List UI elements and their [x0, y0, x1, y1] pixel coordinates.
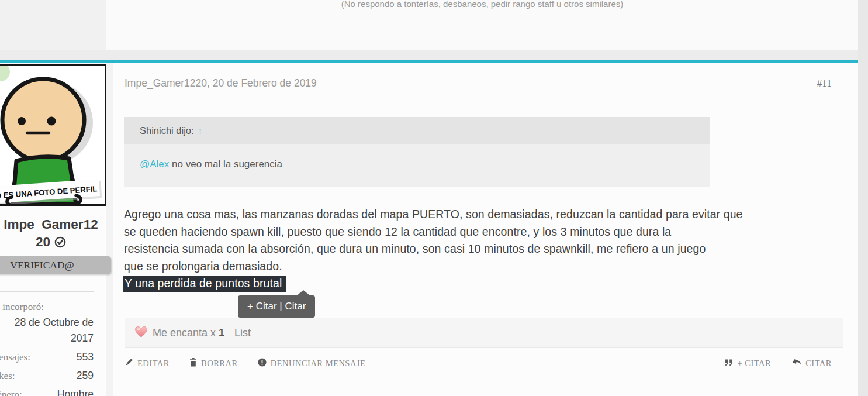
report-label: DENUNCIAR MENSAJE — [271, 359, 366, 369]
post-body-line: se queden haciendo spawn kill, puesto qu… — [124, 223, 852, 241]
report-button[interactable]: DENUNCIAR MENSAJE — [258, 358, 366, 369]
quote-content: @Alex no veo mal la sugerencia — [124, 144, 710, 187]
pencil-icon — [125, 358, 133, 369]
post-number-link[interactable]: #11 — [817, 77, 832, 89]
reactions-bar: Me encanta x 1 List — [125, 318, 843, 348]
post-gap — [0, 50, 858, 60]
stat-value: 28 de Octubre de 2017 — [0, 315, 94, 346]
stat-row-messages: Mensajes: 553 — [0, 349, 94, 365]
post-body-line: resistencia sumada con la absorción, que… — [124, 240, 852, 258]
stat-row-likes: Likes: 259 — [0, 368, 94, 384]
avatar-cartoon: ESTO ES UNA FOTO DE PERFIL — [0, 66, 105, 204]
stat-label: Likes: — [0, 369, 15, 384]
report-icon — [258, 358, 267, 369]
verified-badge: VERIFICAD@ — [0, 256, 111, 274]
username-line2: 20 — [36, 235, 50, 249]
stat-row-joined: Se incorporó: 28 de Octubre de 2017 — [0, 299, 94, 346]
previous-post-body: (No respondo a tonterías, desbaneos, ped… — [106, 0, 858, 50]
post-actions-left: EDITAR BORRAR DENUNCIAR MENSAJE — [125, 356, 365, 370]
post-actions-right: + CITAR CITAR — [724, 356, 832, 370]
username-line2-wrap: 20 — [0, 233, 111, 253]
page-background-strip — [858, 0, 868, 396]
forum-page: (No respondo a tonterías, desbaneos, ped… — [0, 0, 868, 396]
quote-attribution-text: Shinichi dijo: — [140, 125, 194, 136]
selected-text: Y una perdida de puntos brutal — [123, 276, 286, 292]
stat-label: Mensajes: — [0, 350, 30, 365]
quote-selection-tooltip[interactable]: + Citar | Citar — [238, 295, 315, 318]
post-body-line: que se prolongaria demasiado. — [124, 258, 852, 276]
post-author-date[interactable]: Impe_Gamer1220, 20 de Febrero de 2019 — [125, 77, 317, 89]
stat-label: Se incorporó: — [0, 299, 94, 315]
quote-jump-arrow[interactable]: ↑ — [198, 126, 203, 136]
post-message: Agrego una cosa mas, las manzanas dorada… — [124, 206, 852, 292]
reply-label: CITAR — [805, 359, 832, 369]
mention-link[interactable]: @Alex — [140, 159, 169, 170]
previous-post-sidebar — [0, 0, 106, 50]
trash-icon — [189, 358, 197, 369]
stat-value: 259 — [77, 368, 94, 383]
reaction-list-link[interactable]: List — [234, 327, 251, 339]
sidebar-username[interactable]: Impe_Gamer12 20 — [0, 216, 111, 253]
stat-row-gender: Género: Hombre — [0, 387, 94, 396]
post-body-line: Agrego una cosa mas, las manzanas dorada… — [124, 206, 852, 223]
user-stats: Se incorporó: 28 de Octubre de 2017 Mens… — [0, 299, 94, 396]
delete-label: BORRAR — [201, 359, 238, 369]
reply-button[interactable]: CITAR — [792, 358, 832, 369]
quote-block: Shinichi dijo: ↑ @Alex no veo mal la sug… — [124, 117, 710, 187]
divider — [125, 384, 842, 384]
multiquote-label: + CITAR — [738, 359, 772, 369]
post-container: ESTO ES UNA FOTO DE PERFIL Impe_Gamer12 … — [0, 63, 858, 396]
edit-button[interactable]: EDITAR — [125, 358, 170, 369]
quote-text: no veo mal la sugerencia — [169, 159, 282, 170]
stat-value: Hombre — [57, 387, 94, 396]
divider — [125, 22, 850, 22]
heart-icon — [134, 326, 148, 341]
delete-button[interactable]: BORRAR — [189, 358, 238, 369]
stat-value: 553 — [77, 349, 94, 364]
verified-icon — [54, 235, 66, 253]
edit-label: EDITAR — [137, 359, 170, 369]
divider — [0, 291, 94, 292]
reaction-summary[interactable]: Me encanta x — [153, 327, 216, 339]
reply-icon — [792, 358, 801, 369]
multiquote-button[interactable]: + CITAR — [724, 358, 772, 369]
reaction-count[interactable]: 1 — [219, 327, 224, 339]
username-line1: Impe_Gamer12 — [0, 216, 111, 233]
stat-label: Género: — [0, 387, 22, 396]
previous-post-note: (No respondo a tonterías, desbaneos, ped… — [106, 0, 858, 9]
user-avatar[interactable]: ESTO ES UNA FOTO DE PERFIL — [0, 64, 106, 206]
quote-icon — [724, 358, 734, 369]
quote-attribution: Shinichi dijo: ↑ — [124, 117, 710, 144]
